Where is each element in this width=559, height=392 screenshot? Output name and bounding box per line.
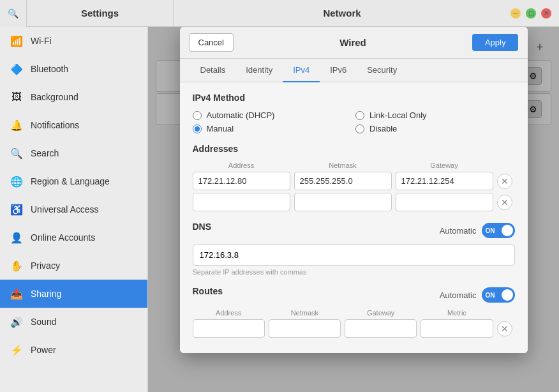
sound-icon: 🔊	[10, 315, 23, 328]
close-button[interactable]: ✕	[541, 8, 551, 19]
online-accounts-icon: 👤	[10, 231, 23, 244]
dialog-titlebar: Cancel Wired Apply	[180, 27, 528, 59]
routes-netmask-input[interactable]	[269, 319, 341, 338]
maximize-button[interactable]: ▢	[526, 8, 536, 19]
method-disable-label: Disable	[369, 124, 397, 133]
sidebar-item-privacy[interactable]: ✋ Privacy	[0, 252, 147, 280]
radio-manual[interactable]	[193, 124, 202, 133]
sidebar-item-power[interactable]: ⚡ Power	[0, 336, 147, 364]
sidebar-item-region[interactable]: 🌐 Region & Language	[0, 167, 147, 195]
routes-header: Address Netmask Gateway Metric	[193, 309, 515, 317]
sidebar-item-label: Universal Access	[31, 204, 99, 215]
delete-row-1-button[interactable]: ✕	[497, 174, 512, 189]
apply-button[interactable]: Apply	[472, 34, 519, 51]
address-input-1[interactable]	[193, 172, 290, 190]
routes-auto-label: Automatic	[440, 290, 477, 300]
method-automatic-label: Automatic (DHCP)	[207, 110, 275, 120]
sidebar-item-label: Bluetooth	[31, 64, 68, 74]
netmask-input-2[interactable]	[294, 193, 392, 211]
routes-col-address: Address	[193, 309, 265, 317]
sidebar-item-label: Power	[31, 345, 56, 355]
routes-auto-container: Automatic ON	[440, 287, 515, 303]
sidebar-item-label: Wi-Fi	[31, 36, 52, 46]
dns-header-row: DNS Automatic ON	[193, 222, 515, 239]
routes-metric-input[interactable]	[421, 319, 493, 338]
gateway-input-2[interactable]	[396, 193, 493, 211]
method-link-local-label: Link-Local Only	[369, 110, 427, 120]
dns-input[interactable]	[193, 245, 515, 266]
sidebar-item-search[interactable]: 🔍 Search	[0, 139, 147, 167]
window-controls: ─ ▢ ✕	[511, 8, 559, 19]
minimize-button[interactable]: ─	[511, 8, 521, 19]
sidebar-item-label: Privacy	[31, 260, 60, 271]
tab-details[interactable]: Details	[190, 59, 236, 82]
dns-label: DNS	[193, 222, 212, 232]
tab-security[interactable]: Security	[357, 59, 407, 82]
routes-header-row: Routes Automatic ON	[193, 286, 515, 304]
routes-col-metric: Metric	[421, 309, 493, 317]
sidebar: 📶 Wi-Fi 🔷 Bluetooth 🖼 Background 🔔 Notif…	[0, 27, 148, 392]
window-title: Network	[174, 8, 511, 19]
col-address-label: Address	[193, 162, 290, 169]
routes-col-netmask: Netmask	[269, 309, 341, 317]
addr-header: Address Netmask Gateway	[193, 162, 515, 169]
addresses-section: Addresses Address Netmask Gateway	[193, 144, 515, 211]
method-disable[interactable]: Disable	[355, 124, 515, 133]
method-automatic[interactable]: Automatic (DHCP)	[193, 110, 352, 120]
search-button[interactable]: 🔍	[0, 0, 27, 27]
dialog-tabs: Details Identity IPv4 IPv6 Security	[180, 59, 528, 82]
search-icon: 🔍	[8, 8, 19, 19]
universal-icon: ♿	[10, 203, 23, 216]
sidebar-item-label: Region & Language	[31, 176, 110, 186]
routes-address-input[interactable]	[193, 319, 265, 338]
dns-toggle[interactable]: ON	[482, 223, 515, 238]
dns-auto-container: Automatic ON	[440, 223, 515, 238]
radio-link-local[interactable]	[355, 111, 364, 120]
modal-overlay: Cancel Wired Apply Details Identity IPv4…	[148, 27, 559, 392]
app-title: Settings	[27, 0, 174, 26]
sidebar-item-online-accounts[interactable]: 👤 Online Accounts	[0, 223, 147, 252]
right-pane: + ⚙ ⚙	[148, 27, 559, 392]
dns-toggle-label: ON	[482, 227, 495, 234]
routes-delete-button[interactable]: ✕	[497, 321, 512, 336]
routes-toggle-knob	[502, 289, 513, 301]
sidebar-item-sound[interactable]: 🔊 Sound	[0, 308, 147, 336]
routes-gateway-input[interactable]	[345, 319, 417, 338]
dns-toggle-knob	[502, 225, 513, 236]
radio-disable[interactable]	[355, 124, 364, 133]
method-manual[interactable]: Manual	[193, 124, 352, 133]
gateway-input-1[interactable]	[396, 172, 493, 190]
dialog-body: IPv4 Method Automatic (DHCP) Link-Local …	[180, 82, 528, 353]
wifi-icon: 📶	[10, 34, 23, 47]
search-nav-icon: 🔍	[10, 147, 23, 160]
routes-toggle[interactable]: ON	[482, 287, 515, 303]
sidebar-item-notifications[interactable]: 🔔 Notifications	[0, 111, 147, 139]
sidebar-item-bluetooth[interactable]: 🔷 Bluetooth	[0, 55, 147, 83]
background-icon: 🖼	[10, 91, 23, 103]
sidebar-item-universal[interactable]: ♿ Universal Access	[0, 195, 147, 223]
sidebar-item-background[interactable]: 🖼 Background	[0, 83, 147, 111]
cancel-button[interactable]: Cancel	[189, 33, 234, 52]
radio-automatic[interactable]	[193, 111, 202, 120]
ipv4-method-label: IPv4 Method	[193, 93, 515, 103]
method-manual-label: Manual	[207, 124, 234, 133]
netmask-input-1[interactable]	[294, 172, 392, 190]
addresses-label: Addresses	[193, 144, 515, 154]
address-input-2[interactable]	[193, 193, 290, 211]
dns-section: DNS Automatic ON Separate	[193, 222, 515, 276]
method-link-local[interactable]: Link-Local Only	[355, 110, 515, 120]
sidebar-item-sharing[interactable]: 📤 Sharing	[0, 280, 147, 308]
addr-row-1: ✕	[193, 172, 515, 190]
bluetooth-icon: 🔷	[10, 63, 23, 75]
dialog-title: Wired	[339, 37, 366, 48]
delete-row-2-button[interactable]: ✕	[497, 195, 512, 210]
tab-ipv4[interactable]: IPv4	[283, 59, 320, 82]
sidebar-item-label: Background	[31, 92, 78, 102]
sidebar-item-wifi[interactable]: 📶 Wi-Fi	[0, 27, 147, 55]
notifications-icon: 🔔	[10, 119, 23, 132]
tab-ipv6[interactable]: IPv6	[320, 59, 357, 82]
power-icon: ⚡	[10, 343, 23, 356]
routes-row-1: ✕	[193, 319, 515, 338]
routes-label: Routes	[193, 286, 223, 296]
tab-identity[interactable]: Identity	[235, 59, 283, 82]
